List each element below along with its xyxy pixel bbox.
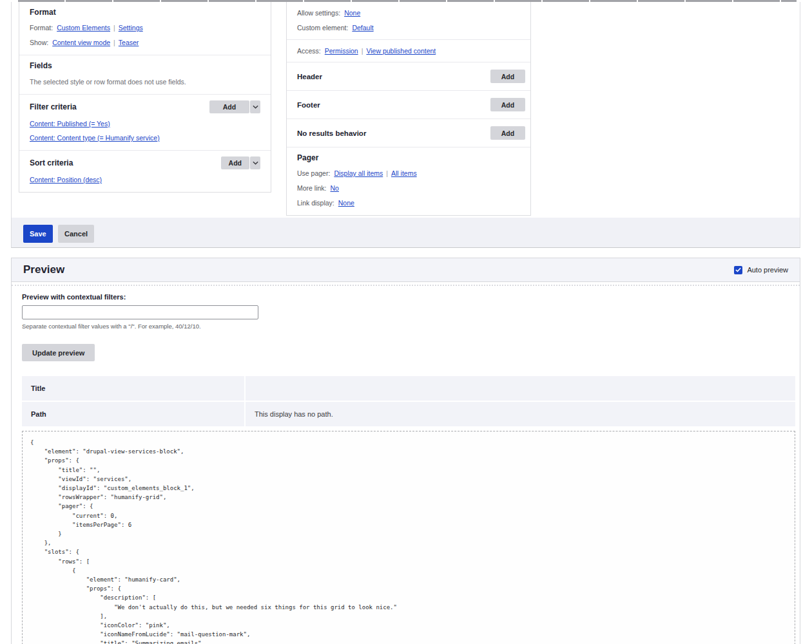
pipe-separator: | (113, 39, 115, 46)
use-pager-label: Use pager: (297, 169, 330, 177)
format-section: Format Format:Custom Elements|Settings S… (19, 2, 271, 55)
sort-add-split-button: Add (221, 156, 260, 169)
access-label: Access: (297, 47, 321, 55)
pager-all-items-link[interactable]: All items (391, 169, 417, 177)
use-pager-link[interactable]: Display all items (334, 169, 383, 177)
access-view-published-link[interactable]: View published content (366, 47, 436, 55)
allow-settings-label: Allow settings: (297, 9, 340, 17)
sort-add-dropdown-button[interactable] (250, 156, 260, 169)
chevron-down-icon (253, 105, 258, 109)
contextual-filters-label: Preview with contextual filters: (22, 293, 126, 301)
format-settings-link[interactable]: Settings (119, 24, 143, 32)
no-results-title: No results behavior (297, 129, 366, 137)
access-row: Access:Permission|View published content (297, 47, 520, 55)
form-actions-bar: Save Cancel (12, 218, 800, 247)
preview-panel: Preview Auto preview Preview with contex… (11, 258, 800, 644)
custom-element-row: Custom element:Default (297, 24, 520, 32)
preview-info-table: Title Path This display has no path. (22, 376, 795, 426)
link-display-label: Link display: (297, 199, 334, 207)
format-row: Format:Custom Elements|Settings (30, 24, 260, 32)
header-section-title: Header (297, 73, 322, 80)
filter-criteria-section: Filter criteria Add Content: Published (… (19, 94, 271, 150)
filter-add-button[interactable]: Add (209, 100, 249, 113)
sort-item: Content: Position (desc) (30, 176, 260, 184)
filter-add-dropdown-button[interactable] (250, 100, 260, 113)
footer-add-button[interactable]: Add (490, 98, 525, 111)
contextual-filters-help: Separate contextual filter values with a… (22, 323, 789, 330)
sort-add-button[interactable]: Add (221, 156, 249, 169)
update-preview-button[interactable]: Update preview (22, 344, 95, 361)
views-edit-panel: Format Format:Custom Elements|Settings S… (11, 2, 800, 248)
allow-settings-link[interactable]: None (344, 9, 360, 17)
auto-preview-checkbox[interactable] (734, 266, 742, 274)
no-results-add-button[interactable]: Add (490, 126, 525, 140)
filter-item: Content: Published (= Yes) (30, 120, 260, 128)
table-row-path-label: Path (22, 402, 244, 426)
save-button[interactable]: Save (23, 225, 53, 243)
table-row-title-value (246, 376, 795, 401)
table-row-title-label: Title (22, 376, 244, 401)
sort-criteria-section: Sort criteria Add Content: Position (des… (19, 150, 271, 192)
filter-criteria-title: Filter criteria (30, 102, 77, 111)
checkmark-icon (735, 267, 741, 272)
views-column-format: Format Format:Custom Elements|Settings S… (19, 2, 271, 193)
filter-item: Content: Content type (= Humanify servic… (30, 134, 260, 142)
header-section: Header Add (287, 62, 530, 90)
more-link-row: More link:No (297, 184, 520, 192)
auto-preview-toggle[interactable]: Auto preview (734, 266, 788, 274)
custom-element-label: Custom element: (297, 24, 348, 32)
no-results-section: No results behavior Add (287, 118, 530, 147)
fields-section-title: Fields (30, 61, 260, 70)
format-section-title: Format (30, 8, 260, 17)
preview-header: Preview Auto preview (12, 258, 800, 282)
link-display-row: Link display:None (297, 199, 520, 207)
show-row: Show:Content view mode|Teaser (30, 39, 260, 46)
link-display-link[interactable]: None (338, 199, 354, 207)
contextual-filters-input[interactable] (22, 305, 258, 319)
format-label: Format: (30, 24, 53, 32)
format-style-link[interactable]: Custom Elements (57, 24, 110, 32)
block-settings-section: Allow settings:None Custom element:Defau… (287, 2, 530, 39)
fields-empty-text: The selected style or row format does no… (30, 78, 260, 86)
pipe-separator: | (113, 24, 115, 32)
filter-add-split-button: Add (209, 100, 260, 113)
access-section: Access:Permission|View published content (287, 39, 530, 62)
preview-title: Preview (23, 263, 64, 276)
pipe-separator: | (386, 169, 388, 177)
sort-position-link[interactable]: Content: Position (desc) (30, 176, 102, 184)
views-column-settings: Allow settings:None Custom element:Defau… (286, 2, 531, 216)
chevron-down-icon (253, 161, 258, 165)
auto-preview-label: Auto preview (747, 266, 788, 274)
pager-section-title: Pager (297, 153, 520, 162)
preview-json-output: { "element": "drupal-view-services-block… (22, 431, 795, 644)
custom-element-link[interactable]: Default (352, 24, 373, 32)
footer-section: Footer Add (287, 90, 530, 118)
more-link-label: More link: (297, 184, 327, 192)
filter-content-type-link[interactable]: Content: Content type (= Humanify servic… (30, 134, 160, 142)
access-permission-link[interactable]: Permission (325, 47, 358, 55)
filter-published-link[interactable]: Content: Published (= Yes) (30, 120, 110, 128)
show-teaser-link[interactable]: Teaser (119, 39, 139, 46)
more-link-link[interactable]: No (331, 184, 339, 192)
cancel-button[interactable]: Cancel (58, 225, 94, 243)
use-pager-row: Use pager:Display all items|All items (297, 169, 520, 177)
preview-body: Preview with contextual filters: Separat… (12, 286, 800, 644)
pipe-separator: | (362, 47, 363, 55)
header-add-button[interactable]: Add (490, 70, 525, 83)
show-mode-link[interactable]: Content view mode (52, 39, 110, 46)
table-row-path-value: This display has no path. (246, 402, 795, 426)
allow-settings-row: Allow settings:None (297, 9, 520, 17)
show-label: Show: (30, 39, 48, 46)
fields-section: Fields The selected style or row format … (19, 55, 271, 94)
footer-section-title: Footer (297, 101, 320, 109)
pager-section: Pager Use pager:Display all items|All it… (287, 147, 530, 215)
sort-criteria-title: Sort criteria (30, 158, 73, 167)
